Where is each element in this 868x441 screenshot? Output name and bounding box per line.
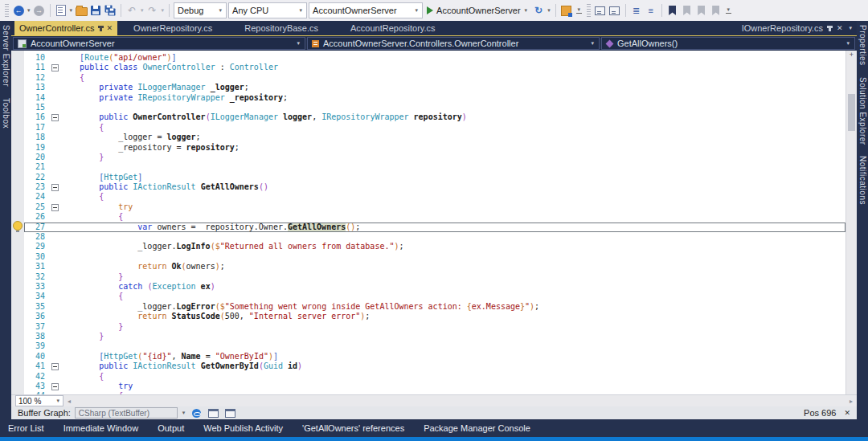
toolbar-grip[interactable] bbox=[5, 4, 9, 17]
tab-ownercontroller[interactable]: OwnerController.cs ✕ bbox=[14, 21, 117, 35]
panel-tab--getallowners-references[interactable]: 'GetAllOwners' references bbox=[302, 423, 404, 433]
back-dropdown-caret[interactable]: ▾ bbox=[27, 7, 31, 14]
code-line-18[interactable]: 18 _logger = logger; bbox=[24, 133, 845, 142]
attach-button[interactable] bbox=[594, 3, 607, 18]
close-icon[interactable]: ✕ bbox=[837, 24, 843, 32]
hscroll-right-arrow[interactable]: ▸ bbox=[845, 398, 857, 405]
open-file-button[interactable] bbox=[75, 3, 88, 18]
right-doc-tab[interactable]: IOwnerRepository.cs ✕ ▾ bbox=[742, 21, 857, 35]
tool-tab-properties[interactable]: Properties bbox=[858, 25, 867, 66]
code-line-32[interactable]: 32 } bbox=[24, 272, 845, 282]
code-line-22[interactable]: 22 [HttpGet] bbox=[24, 173, 845, 182]
code-line-34[interactable]: 34 { bbox=[24, 292, 845, 301]
buffer-combo-caret[interactable]: ▾ bbox=[182, 410, 186, 416]
code-line-33[interactable]: 33 catch (Exception ex) bbox=[24, 282, 845, 292]
tool-tab-toolbox[interactable]: Toolbox bbox=[2, 98, 10, 129]
close-icon[interactable]: ✕ bbox=[107, 24, 113, 32]
splitter-handle[interactable]: + bbox=[846, 51, 857, 59]
code-line-13[interactable]: 13 private ILoggerManager _logger; bbox=[24, 83, 845, 92]
code-line-14[interactable]: 14 private IRepositoryWrapper _repositor… bbox=[24, 93, 845, 103]
decrease-indent-button[interactable]: ≣ bbox=[630, 3, 643, 18]
code-line-44[interactable]: 44 { bbox=[24, 391, 845, 394]
startup-project-combo[interactable]: AccountOwnerServer▾ bbox=[309, 2, 423, 18]
new-project-caret[interactable]: ▾ bbox=[70, 7, 73, 14]
new-project-button[interactable] bbox=[55, 3, 68, 18]
code-line-23[interactable]: 23 public IActionResult GetAllOwners() bbox=[24, 182, 845, 192]
code-line-42[interactable]: 42 { bbox=[24, 372, 845, 382]
fold-toggle-icon[interactable] bbox=[49, 63, 60, 72]
fold-toggle-icon[interactable] bbox=[49, 361, 60, 371]
save-button[interactable] bbox=[89, 3, 102, 18]
code-line-36[interactable]: 36 return StatusCode(500, "Internal serv… bbox=[24, 312, 845, 321]
code-line-29[interactable]: 29 _logger.LogInfo($"Returned all owners… bbox=[24, 242, 845, 251]
start-debugging-button[interactable]: AccountOwnerServer ▾ bbox=[424, 6, 530, 15]
code-line-21[interactable]: 21 bbox=[24, 162, 845, 172]
redo-button[interactable]: ↷ bbox=[146, 3, 159, 18]
window-button[interactable] bbox=[207, 406, 219, 420]
code-editor[interactable]: 10 [Route("api/owner")]11 public class O… bbox=[11, 51, 857, 394]
redo-caret[interactable]: ▾ bbox=[162, 7, 165, 14]
code-line-30[interactable]: 30 bbox=[24, 252, 845, 262]
code-line-40[interactable]: 40 [HttpGet("{id}", Name = "OwnerById")] bbox=[24, 352, 845, 361]
code-line-31[interactable]: 31 return Ok(owners); bbox=[24, 262, 845, 272]
code-line-24[interactable]: 24 { bbox=[24, 192, 845, 202]
clear-bookmarks-button[interactable] bbox=[710, 3, 723, 18]
refresh-button[interactable]: ↻ bbox=[532, 3, 545, 18]
undo-caret[interactable]: ▾ bbox=[141, 7, 144, 14]
solution-platform-combo[interactable]: Any CPU▾ bbox=[228, 2, 307, 18]
lightbulb-icon[interactable] bbox=[13, 221, 23, 231]
pin-icon[interactable] bbox=[829, 26, 831, 31]
code-line-39[interactable]: 39 bbox=[24, 341, 845, 351]
document-list-caret[interactable]: ▾ bbox=[849, 25, 852, 31]
tool-tab-notifications[interactable]: Notifications bbox=[858, 156, 867, 205]
graph-button[interactable] bbox=[190, 406, 203, 420]
zoom-combo[interactable]: 100 % ▾ bbox=[15, 395, 63, 406]
toggle-bookmark-button[interactable] bbox=[666, 3, 679, 18]
code-line-20[interactable]: 20 } bbox=[24, 153, 845, 162]
undo-button[interactable]: ↶ bbox=[125, 3, 138, 18]
tab-ownerrepository-cs[interactable]: OwnerRepository.cs bbox=[117, 21, 228, 35]
code-line-19[interactable]: 19 _repository = repository; bbox=[24, 143, 845, 153]
fold-toggle-icon[interactable] bbox=[49, 382, 60, 391]
buffer-combo[interactable]: CSharp (TextBuffer) bbox=[75, 407, 178, 419]
code-line-37[interactable]: 37 } bbox=[24, 322, 845, 332]
pin-icon[interactable] bbox=[100, 26, 102, 31]
panel-tab-error-list[interactable]: Error List bbox=[8, 423, 44, 433]
prev-bookmark-button[interactable] bbox=[681, 3, 694, 18]
panel-tab-web-publish-activity[interactable]: Web Publish Activity bbox=[203, 423, 283, 433]
member-dropdown[interactable]: GetAllOwners() ▾ bbox=[601, 37, 855, 50]
fold-toggle-icon[interactable] bbox=[49, 182, 60, 192]
next-bookmark-button[interactable] bbox=[695, 3, 708, 18]
panel-tab-output[interactable]: Output bbox=[158, 423, 184, 433]
hscroll-left-arrow[interactable]: ◂ bbox=[63, 398, 75, 405]
fold-toggle-icon[interactable] bbox=[49, 112, 60, 122]
solution-configuration-combo[interactable]: Debug▾ bbox=[174, 2, 227, 18]
vertical-scrollbar[interactable]: + bbox=[845, 51, 857, 394]
tab-repositorybase-cs[interactable]: RepositoryBase.cs bbox=[228, 21, 334, 35]
panel-tab-immediate-window[interactable]: Immediate Window bbox=[63, 423, 139, 433]
code-line-17[interactable]: 17 { bbox=[24, 123, 845, 133]
toolbar-overflow[interactable]: ▾ bbox=[576, 8, 582, 14]
fold-toggle-icon[interactable] bbox=[49, 202, 60, 212]
save-all-button[interactable] bbox=[104, 3, 117, 18]
window-add-button[interactable] bbox=[223, 406, 236, 420]
code-line-41[interactable]: 41 public IActionResult GetOwnerById(Gui… bbox=[24, 361, 845, 371]
toolbar-grip[interactable] bbox=[587, 4, 591, 17]
code-line-38[interactable]: 38 } bbox=[24, 332, 845, 341]
code-line-15[interactable]: 15 bbox=[24, 103, 845, 112]
code-line-43[interactable]: 43 try bbox=[24, 382, 845, 391]
code-line-10[interactable]: 10 [Route("api/owner")] bbox=[24, 53, 845, 63]
close-margin-icon[interactable]: ✕ bbox=[844, 409, 850, 417]
tool-tab-server-explorer[interactable]: Server Explorer bbox=[2, 25, 10, 87]
code-line-26[interactable]: 26 { bbox=[24, 212, 845, 222]
performance-button[interactable] bbox=[560, 3, 573, 18]
refresh-caret[interactable]: ▾ bbox=[547, 7, 551, 14]
increase-indent-button[interactable]: ≡ bbox=[645, 3, 657, 18]
tool-tab-solution-explorer[interactable]: Solution Explorer bbox=[858, 77, 867, 145]
navigate-back-button[interactable]: ← bbox=[12, 3, 25, 18]
scrollbar-thumb[interactable] bbox=[848, 94, 855, 131]
type-dropdown[interactable]: AccountOwnerServer.Controllers.OwnerCont… bbox=[307, 37, 600, 50]
tab-accountrepository-cs[interactable]: AccountRepository.cs bbox=[334, 21, 452, 35]
code-line-27[interactable]: 27 var owners = _repository.Owner.GetAll… bbox=[24, 223, 845, 232]
code-line-35[interactable]: 35 _logger.LogError($"Something went wro… bbox=[24, 302, 845, 312]
